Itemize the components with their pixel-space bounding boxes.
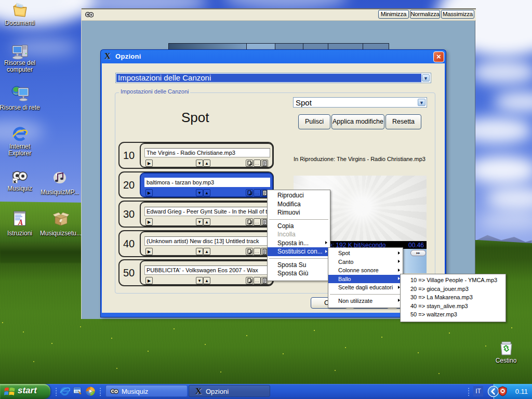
svg-text:A: A xyxy=(18,219,23,227)
